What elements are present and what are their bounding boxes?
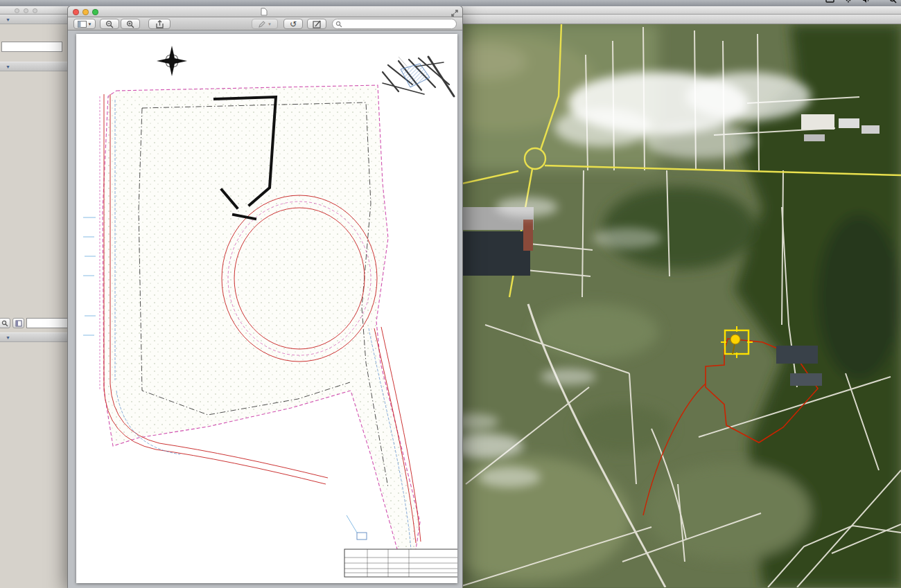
preview-search-field[interactable] (332, 19, 457, 29)
volume-icon[interactable] (862, 0, 870, 5)
spotlight-icon[interactable] (889, 0, 897, 5)
markup-button[interactable] (307, 19, 326, 29)
title-block (344, 549, 457, 577)
preview-search-input[interactable] (342, 20, 453, 28)
chevron-down-icon: ▼ (6, 64, 10, 69)
pencil-icon (258, 20, 266, 28)
chevron-down-icon: ▼ (6, 17, 10, 22)
places-panel-toggle-icon[interactable] (12, 318, 24, 328)
zoom-icon[interactable] (92, 9, 98, 15)
sidebar-view-icon (78, 21, 87, 28)
zoom-out-button[interactable] (100, 19, 119, 29)
compass-rose (157, 46, 187, 76)
preview-toolbar: ▼ ▼ ↺ (68, 17, 462, 30)
minimize-icon[interactable] (24, 8, 28, 13)
site-plan-drawing (76, 34, 457, 583)
document-icon (261, 8, 268, 16)
display-icon[interactable] (825, 0, 834, 5)
close-icon[interactable] (15, 8, 19, 13)
menu-bar (0, 0, 901, 6)
territory-area (103, 85, 420, 559)
rotate-button[interactable]: ↺ (283, 19, 303, 29)
search-input[interactable] (1, 42, 62, 52)
wifi-icon[interactable] (844, 0, 852, 5)
places-search-icon[interactable] (0, 318, 10, 328)
preview-window: ▼ ▼ ↺ (67, 6, 463, 588)
annotate-button[interactable]: ▼ (252, 19, 278, 29)
preview-titlebar[interactable] (68, 6, 462, 17)
close-icon[interactable] (73, 9, 79, 15)
share-button[interactable] (148, 19, 170, 29)
placemark[interactable] (721, 326, 753, 358)
search-icon (335, 21, 342, 28)
document-page (76, 34, 457, 583)
zoom-in-button[interactable] (121, 19, 140, 29)
minimize-icon[interactable] (82, 9, 89, 15)
zoom-icon[interactable] (33, 8, 37, 13)
view-menu-button[interactable]: ▼ (73, 19, 96, 29)
chevron-down-icon: ▼ (6, 335, 10, 340)
location-inset (383, 57, 454, 96)
preview-content (68, 30, 462, 588)
